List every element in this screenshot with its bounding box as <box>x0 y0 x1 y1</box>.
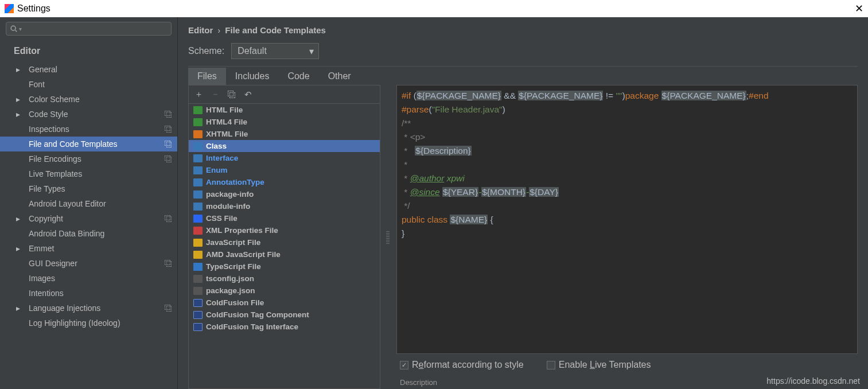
sidebar-item-copyright[interactable]: ▸Copyright⿻ <box>0 211 177 226</box>
app-icon <box>5 4 14 13</box>
template-item-html4-file[interactable]: HTML4 File <box>189 116 380 128</box>
sidebar-item-code-style[interactable]: ▸Code Style⿻ <box>0 107 177 122</box>
sidebar-item-color-scheme[interactable]: ▸Color Scheme <box>0 92 177 107</box>
sidebar-item-font[interactable]: Font <box>0 77 177 92</box>
template-item-xhtml-file[interactable]: XHTML File <box>189 128 380 140</box>
sidebar-item-label: General <box>29 65 57 74</box>
template-item-coldfusion-file[interactable]: ColdFusion File <box>189 297 380 309</box>
template-label: module-info <box>206 202 250 211</box>
sidebar-item-emmet[interactable]: ▸Emmet <box>0 241 177 256</box>
expand-icon: ▸ <box>16 214 20 223</box>
template-item-package-info[interactable]: package-info <box>189 188 380 200</box>
tab-code[interactable]: Code <box>278 68 318 85</box>
template-editor[interactable]: #if (${PACKAGE_NAME} && ${PACKAGE_NAME} … <box>396 85 858 354</box>
sidebar-item-file-types[interactable]: File Types <box>0 181 177 196</box>
template-label: HTML File <box>206 106 243 114</box>
project-scope-icon: ⿻ <box>165 154 173 164</box>
watermark: https://icode.blog.csdn.net <box>766 376 860 386</box>
sidebar-item-label: Intentions <box>29 289 64 298</box>
tab-files[interactable]: Files <box>188 68 226 85</box>
tab-includes[interactable]: Includes <box>226 68 279 85</box>
sidebar-item-general[interactable]: ▸General <box>0 62 177 77</box>
template-label: Enum <box>206 166 228 174</box>
project-scope-icon: ⿻ <box>165 214 173 223</box>
template-item-enum[interactable]: Enum <box>189 164 380 176</box>
sidebar-item-label: Images <box>29 274 55 283</box>
template-item-javascript-file[interactable]: JavaScript File <box>189 236 380 248</box>
sidebar-item-android-layout-editor[interactable]: Android Layout Editor <box>0 196 177 211</box>
expand-icon: ▸ <box>16 65 20 74</box>
file-type-icon <box>193 227 203 235</box>
tab-other[interactable]: Other <box>319 68 360 85</box>
window-titlebar: Settings ✕ <box>0 0 868 17</box>
sidebar-item-label: Android Layout Editor <box>29 199 106 208</box>
add-button[interactable]: ＋ <box>194 89 203 100</box>
file-type-icon <box>193 190 203 199</box>
template-item-css-file[interactable]: CSS File <box>189 212 380 224</box>
copy-button[interactable]: ⿻ <box>228 90 236 99</box>
file-type-icon <box>193 299 203 307</box>
file-type-icon <box>193 323 203 331</box>
window-title: Settings <box>17 3 50 14</box>
template-item-package.json[interactable]: package.json <box>189 285 380 297</box>
template-item-xml-properties-file[interactable]: XML Properties File <box>189 224 380 236</box>
splitter-handle[interactable] <box>386 230 390 244</box>
scheme-select[interactable]: Default <box>231 43 319 59</box>
project-scope-icon: ⿻ <box>165 259 173 268</box>
template-item-module-info[interactable]: module-info <box>189 200 380 212</box>
template-item-html-file[interactable]: HTML File <box>189 104 380 116</box>
template-label: XML Properties File <box>206 226 278 235</box>
sidebar-item-log-highlighting-(ideolog)[interactable]: Log Highlighting (Ideolog) <box>0 316 177 330</box>
template-item-annotationtype[interactable]: AnnotationType <box>189 176 380 188</box>
sidebar-item-label: GUI Designer <box>29 259 77 268</box>
sidebar-item-label: File Encodings <box>29 154 81 164</box>
search-input[interactable]: ▾ <box>6 22 172 36</box>
breadcrumb-root[interactable]: Editor <box>188 25 213 35</box>
template-item-class[interactable]: Class <box>189 140 380 152</box>
template-item-coldfusion-tag-component[interactable]: ColdFusion Tag Component <box>189 309 380 321</box>
file-type-icon <box>193 142 203 150</box>
sidebar-item-android-data-binding[interactable]: Android Data Binding <box>0 226 177 241</box>
file-type-icon <box>193 203 203 211</box>
template-item-coldfusion-tag-interface[interactable]: ColdFusion Tag Interface <box>189 321 380 333</box>
file-type-icon <box>193 239 203 247</box>
template-label: AMD JavaScript File <box>206 250 281 259</box>
sidebar-item-file-encodings[interactable]: File Encodings⿻ <box>0 151 177 166</box>
remove-button[interactable]: － <box>211 89 220 100</box>
template-label: CSS File <box>206 214 238 223</box>
file-type-icon <box>193 215 203 223</box>
reformat-checkbox[interactable]: ✓ Reformat according to style <box>400 360 524 370</box>
template-label: package-info <box>206 190 254 199</box>
template-item-interface[interactable]: Interface <box>189 152 380 164</box>
sidebar-item-language-injections[interactable]: ▸Language Injections⿻ <box>0 301 177 316</box>
template-label: JavaScript File <box>206 238 260 247</box>
project-scope-icon: ⿻ <box>165 304 173 313</box>
sidebar-item-images[interactable]: Images <box>0 271 177 286</box>
sidebar-item-label: File Types <box>29 184 65 193</box>
sidebar-item-label: Language Injections <box>29 304 100 313</box>
template-item-tsconfig.json[interactable]: tsconfig.json <box>189 273 380 285</box>
close-icon[interactable]: ✕ <box>855 2 863 15</box>
sidebar-item-intentions[interactable]: Intentions <box>0 286 177 301</box>
svg-line-1 <box>15 30 17 32</box>
search-icon <box>10 25 18 33</box>
live-templates-checkbox[interactable]: Enable Live Templates <box>547 360 651 370</box>
template-item-typescript-file[interactable]: TypeScript File <box>189 260 380 273</box>
scheme-label: Scheme: <box>188 46 224 56</box>
sidebar-item-label: Color Scheme <box>29 95 80 104</box>
file-type-icon <box>193 263 203 271</box>
revert-button[interactable]: ↶ <box>244 90 252 100</box>
breadcrumb-leaf: File and Code Templates <box>225 25 326 35</box>
sidebar-item-gui-designer[interactable]: GUI Designer⿻ <box>0 256 177 271</box>
file-type-icon <box>193 118 203 126</box>
file-type-icon <box>193 275 203 283</box>
sidebar-item-live-templates[interactable]: Live Templates <box>0 166 177 181</box>
template-tabs: FilesIncludesCodeOther <box>188 68 858 85</box>
expand-icon: ▸ <box>16 110 20 119</box>
sidebar-item-file-and-code-templates[interactable]: File and Code Templates⿻ <box>0 137 177 151</box>
project-scope-icon: ⿻ <box>165 139 173 149</box>
template-label: HTML4 File <box>206 118 247 126</box>
sidebar-item-inspections[interactable]: Inspections⿻ <box>0 122 177 137</box>
template-label: AnnotationType <box>206 178 264 186</box>
template-item-amd-javascript-file[interactable]: AMD JavaScript File <box>189 248 380 260</box>
